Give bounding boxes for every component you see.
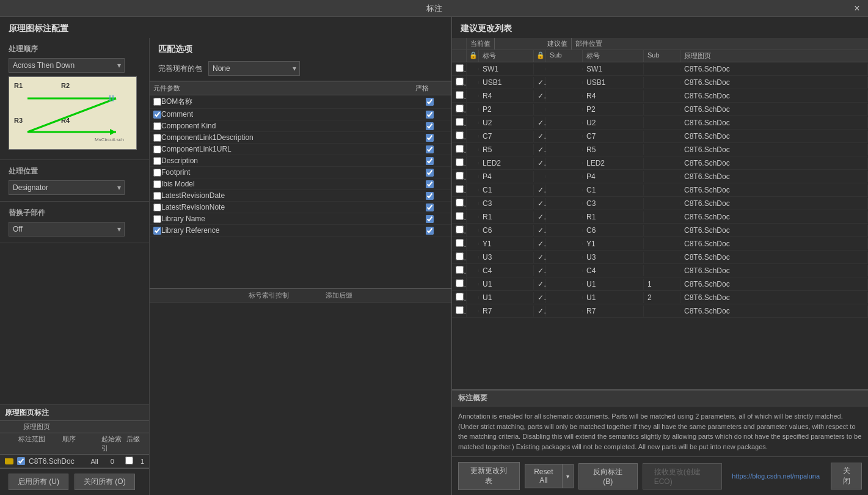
row-checkbox-cell[interactable] bbox=[452, 130, 467, 142]
row-checkbox-cell[interactable] bbox=[452, 238, 467, 250]
table-row[interactable]: P2 P2 C8T6.SchDoc bbox=[452, 103, 868, 116]
table-row[interactable]: R4 ✓ R4 C8T6.SchDoc bbox=[452, 89, 868, 103]
row-sub bbox=[546, 189, 583, 191]
row-lock2: ✓ bbox=[534, 144, 546, 155]
row-checkbox-cell[interactable] bbox=[452, 157, 467, 169]
row-checkbox-cell[interactable] bbox=[452, 224, 467, 237]
table-row[interactable]: C3 ✓ C3 C8T6.SchDoc bbox=[452, 197, 868, 210]
row-checkbox-cell[interactable] bbox=[452, 197, 467, 210]
param-checkbox-2[interactable] bbox=[153, 122, 161, 130]
param-checkbox-7[interactable] bbox=[153, 180, 161, 188]
row-checkbox-cell[interactable] bbox=[452, 265, 467, 277]
row-sugg-designator: USB1 bbox=[583, 77, 644, 88]
row-sheet: C8T6.SchDoc bbox=[680, 238, 868, 249]
close-button[interactable]: 关闭 bbox=[831, 463, 862, 490]
row-checkbox-cell[interactable] bbox=[452, 184, 467, 196]
row-checkbox-cell[interactable] bbox=[452, 90, 467, 102]
param-checkbox-0[interactable] bbox=[153, 98, 161, 106]
param-strict-0[interactable] bbox=[426, 98, 434, 106]
table-row[interactable]: Y1 ✓ Y1 C8T6.SchDoc bbox=[452, 237, 868, 251]
table-row[interactable]: R5 ✓ R5 C8T6.SchDoc bbox=[452, 143, 868, 156]
annotation-start-checkbox[interactable] bbox=[125, 457, 133, 464]
row-lock2: ✓ bbox=[534, 225, 546, 236]
table-row[interactable]: C1 ✓ C1 C8T6.SchDoc bbox=[452, 183, 868, 197]
param-strict-1[interactable] bbox=[426, 111, 434, 119]
row-sheet: C8T6.SchDoc bbox=[680, 117, 868, 128]
improve-pkg-select[interactable]: None All bbox=[208, 61, 300, 76]
row-checkbox-cell[interactable] bbox=[452, 144, 467, 156]
row-checkbox-cell[interactable] bbox=[452, 292, 467, 304]
row-designator: U1 bbox=[479, 279, 534, 290]
param-checkbox-11[interactable] bbox=[153, 227, 161, 235]
table-row[interactable]: U1 ✓ U1 1 C8T6.SchDoc bbox=[452, 277, 868, 291]
row-checkbox-cell[interactable] bbox=[452, 278, 467, 290]
param-strict-5[interactable] bbox=[426, 157, 434, 165]
table-row[interactable]: P4 P4 C8T6.SchDoc bbox=[452, 170, 868, 183]
param-checkbox-9[interactable] bbox=[153, 204, 161, 211]
row-checkbox-cell[interactable] bbox=[452, 251, 467, 263]
preview-r2: R2 bbox=[61, 82, 70, 89]
table-row[interactable]: R1 ✓ R1 C8T6.SchDoc bbox=[452, 210, 868, 224]
param-strict-4[interactable] bbox=[426, 145, 434, 153]
param-checkbox-10[interactable] bbox=[153, 215, 161, 223]
row-checkbox-cell[interactable] bbox=[452, 76, 467, 89]
table-row[interactable]: U1 ✓ U1 2 C8T6.SchDoc bbox=[452, 291, 868, 304]
lock-icon-header: 🔒 bbox=[467, 50, 479, 62]
row-checkbox-cell[interactable] bbox=[452, 117, 467, 129]
row-sheet: C8T6.SchDoc bbox=[680, 252, 868, 263]
table-row[interactable]: R7 ✓ R7 C8T6.SchDoc bbox=[452, 304, 868, 318]
row-checkbox-cell[interactable] bbox=[452, 305, 467, 317]
row-lock bbox=[467, 216, 479, 218]
param-strict-7[interactable] bbox=[426, 180, 434, 188]
row-checkbox-cell[interactable] bbox=[452, 103, 467, 116]
row-sub bbox=[546, 95, 583, 97]
row-checkbox-cell[interactable] bbox=[452, 63, 467, 75]
table-row[interactable]: SW1 SW1 C8T6.SchDoc bbox=[452, 62, 868, 76]
row-sheet: C8T6.SchDoc bbox=[680, 131, 868, 142]
footer-link[interactable]: https://blog.csdn.net/mpaluna bbox=[732, 472, 820, 480]
window-close-button[interactable]: × bbox=[851, 2, 863, 15]
row-sub bbox=[546, 175, 583, 178]
annotation-group-checkbox[interactable] bbox=[17, 457, 25, 465]
param-row: LatestRevisionNote bbox=[150, 202, 451, 213]
param-strict-9[interactable] bbox=[426, 204, 434, 211]
param-checkbox-3[interactable] bbox=[153, 134, 161, 142]
row-checkbox-cell[interactable] bbox=[452, 170, 467, 183]
param-checkbox-6[interactable] bbox=[153, 169, 161, 177]
row-lock2 bbox=[534, 175, 546, 178]
table-row[interactable]: C4 ✓ C4 C8T6.SchDoc bbox=[452, 264, 868, 277]
row-designator: P2 bbox=[479, 104, 534, 115]
param-checkbox-1[interactable] bbox=[153, 111, 161, 119]
table-row[interactable]: LED2 ✓ LED2 C8T6.SchDoc bbox=[452, 156, 868, 170]
param-strict-3[interactable] bbox=[426, 134, 434, 142]
param-col-strict-header: 严格 bbox=[404, 84, 440, 93]
param-strict-8[interactable] bbox=[426, 192, 434, 200]
disable-all-button[interactable]: 关闭所有 (O) bbox=[75, 474, 135, 490]
table-row[interactable]: USB1 ✓ USB1 C8T6.SchDoc bbox=[452, 76, 868, 89]
left-panel-header: 原理图标注配置 bbox=[0, 17, 451, 38]
param-checkbox-8[interactable] bbox=[153, 192, 161, 200]
param-strict-11[interactable] bbox=[426, 227, 434, 235]
row-checkbox-cell[interactable] bbox=[452, 211, 467, 223]
row-sub bbox=[546, 256, 583, 258]
param-checkbox-4[interactable] bbox=[153, 145, 161, 153]
param-strict-10[interactable] bbox=[426, 215, 434, 223]
proc-order-select[interactable]: Across Then Down Down Then Across bbox=[9, 58, 125, 73]
table-row[interactable]: U3 ✓ U3 C8T6.SchDoc bbox=[452, 251, 868, 264]
update-list-button[interactable]: 更新更改列表 bbox=[458, 462, 520, 490]
table-row[interactable]: U2 ✓ U2 C8T6.SchDoc bbox=[452, 116, 868, 130]
proc-pos-select[interactable]: Designator Center bbox=[9, 180, 125, 195]
param-strict-6[interactable] bbox=[426, 169, 434, 177]
row-lock bbox=[467, 162, 479, 164]
row-sub bbox=[546, 148, 583, 151]
table-row[interactable]: C6 ✓ C6 C8T6.SchDoc bbox=[452, 224, 868, 237]
reverse-annotate-button[interactable]: 反向标注 (B) bbox=[578, 463, 638, 490]
param-strict-2[interactable] bbox=[426, 122, 434, 130]
row-sugg-designator: U3 bbox=[583, 252, 644, 263]
row-sub bbox=[546, 296, 583, 299]
reset-all-split-button[interactable]: Reset All ▾ bbox=[525, 464, 574, 488]
replace-sub-select[interactable]: Off On bbox=[9, 222, 125, 237]
table-row[interactable]: C7 ✓ C7 C8T6.SchDoc bbox=[452, 130, 868, 143]
param-checkbox-5[interactable] bbox=[153, 157, 161, 165]
enable-all-button[interactable]: 启用所有 (U) bbox=[9, 474, 68, 490]
